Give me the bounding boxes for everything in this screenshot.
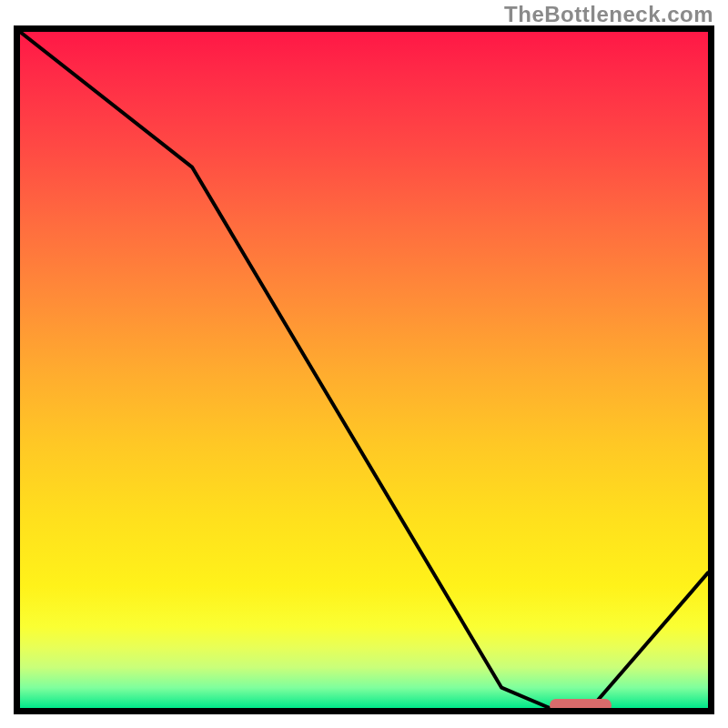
chart-frame (14, 25, 714, 714)
watermark-text: TheBottleneck.com (504, 2, 713, 27)
bottleneck-curve (20, 32, 708, 708)
optimal-range-marker (550, 699, 612, 712)
bottleneck-curve-path (20, 32, 708, 708)
